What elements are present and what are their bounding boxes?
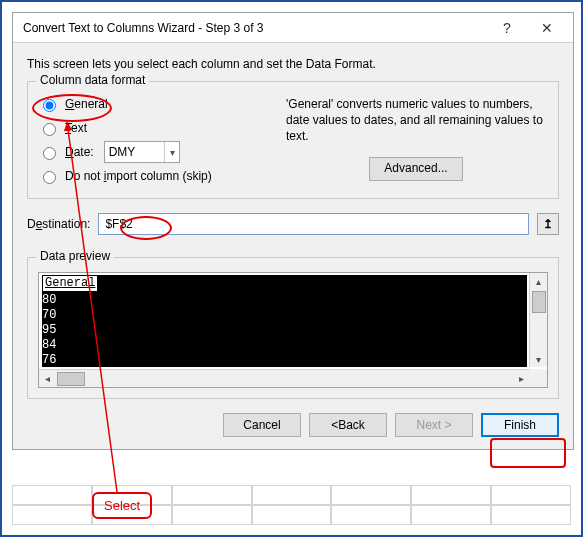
- radio-general-label: General: [65, 97, 108, 111]
- radio-date[interactable]: Date: DMY ▾: [38, 140, 268, 164]
- radio-text[interactable]: Text: [38, 116, 268, 140]
- radio-general-input[interactable]: [43, 99, 56, 112]
- date-format-value: DMY: [109, 145, 136, 159]
- range-selector-button[interactable]: ↥: [537, 213, 559, 235]
- scroll-thumb-h[interactable]: [57, 372, 85, 386]
- close-button[interactable]: ✕: [527, 14, 567, 42]
- destination-row: Destination: $F$2 ↥: [27, 213, 559, 235]
- cancel-button[interactable]: Cancel: [223, 413, 301, 437]
- dialog-body: This screen lets you select each column …: [13, 43, 573, 449]
- preview-row: 80: [42, 293, 56, 307]
- scroll-corner: [529, 369, 547, 387]
- destination-input[interactable]: $F$2: [98, 213, 529, 235]
- spreadsheet-cell[interactable]: [491, 505, 571, 525]
- next-button: Next >: [395, 413, 473, 437]
- finish-button[interactable]: Finish: [481, 413, 559, 437]
- spreadsheet-cell[interactable]: [252, 485, 332, 505]
- scroll-thumb-v[interactable]: [532, 291, 546, 313]
- group-label: Column data format: [36, 73, 149, 87]
- scroll-left-icon[interactable]: ◂: [39, 371, 55, 387]
- instruction-text: This screen lets you select each column …: [27, 57, 559, 71]
- format-description-area: 'General' converts numeric values to num…: [280, 92, 548, 188]
- wizard-dialog: Convert Text to Columns Wizard - Step 3 …: [12, 12, 574, 450]
- scroll-up-icon[interactable]: ▴: [531, 273, 547, 289]
- column-data-format-group: Column data format General Text Date:: [27, 81, 559, 199]
- radio-text-label: Text: [65, 121, 87, 135]
- preview-row: 84: [42, 338, 56, 352]
- preview-group-label: Data preview: [36, 249, 114, 263]
- title-bar: Convert Text to Columns Wizard - Step 3 …: [13, 13, 573, 43]
- spreadsheet-cell[interactable]: [172, 505, 252, 525]
- back-button[interactable]: < Back: [309, 413, 387, 437]
- data-preview-group: Data preview General 80 70 95 84 76 ▴ ▾: [27, 257, 559, 399]
- spreadsheet-cell[interactable]: [411, 505, 491, 525]
- radio-date-label: Date:: [65, 145, 94, 159]
- preview-vertical-scrollbar[interactable]: ▴ ▾: [529, 273, 547, 367]
- destination-label: Destination:: [27, 217, 90, 231]
- spreadsheet-cell[interactable]: [331, 505, 411, 525]
- help-button[interactable]: ?: [487, 14, 527, 42]
- spreadsheet-cell[interactable]: [172, 485, 252, 505]
- dialog-title: Convert Text to Columns Wizard - Step 3 …: [23, 21, 487, 35]
- data-preview: General 80 70 95 84 76 ▴ ▾ ◂: [38, 272, 548, 388]
- radio-text-input[interactable]: [43, 123, 56, 136]
- scroll-down-icon[interactable]: ▾: [531, 351, 547, 367]
- preview-horizontal-scrollbar[interactable]: ◂ ▸: [39, 369, 529, 387]
- format-description: 'General' converts numeric values to num…: [286, 96, 546, 145]
- spreadsheet-cell[interactable]: [12, 505, 92, 525]
- spreadsheet-cell[interactable]: [411, 485, 491, 505]
- radio-skip-input[interactable]: [43, 171, 56, 184]
- preview-content: General 80 70 95 84 76: [42, 275, 527, 367]
- date-format-select[interactable]: DMY ▾: [104, 141, 180, 163]
- preview-row: 70: [42, 308, 56, 322]
- chevron-down-icon: ▾: [164, 142, 175, 162]
- radio-skip[interactable]: Do not import column (skip): [38, 164, 268, 188]
- radio-date-input[interactable]: [43, 147, 56, 160]
- spreadsheet-cell[interactable]: [491, 485, 571, 505]
- radio-list: General Text Date: DMY ▾: [38, 92, 268, 188]
- spreadsheet-cell[interactable]: [252, 505, 332, 525]
- scroll-right-icon[interactable]: ▸: [513, 371, 529, 387]
- preview-row: 95: [42, 323, 56, 337]
- preview-column-header[interactable]: General: [42, 275, 98, 292]
- advanced-button[interactable]: Advanced...: [369, 157, 462, 181]
- annotation-select-label: Select: [92, 492, 152, 519]
- preview-row: 76: [42, 353, 56, 367]
- dialog-footer: Cancel < Back Next > Finish: [27, 413, 559, 437]
- spreadsheet-cell[interactable]: [12, 485, 92, 505]
- spreadsheet-cell[interactable]: [331, 485, 411, 505]
- radio-skip-label: Do not import column (skip): [65, 169, 212, 183]
- radio-general[interactable]: General: [38, 92, 268, 116]
- destination-value: $F$2: [105, 217, 132, 231]
